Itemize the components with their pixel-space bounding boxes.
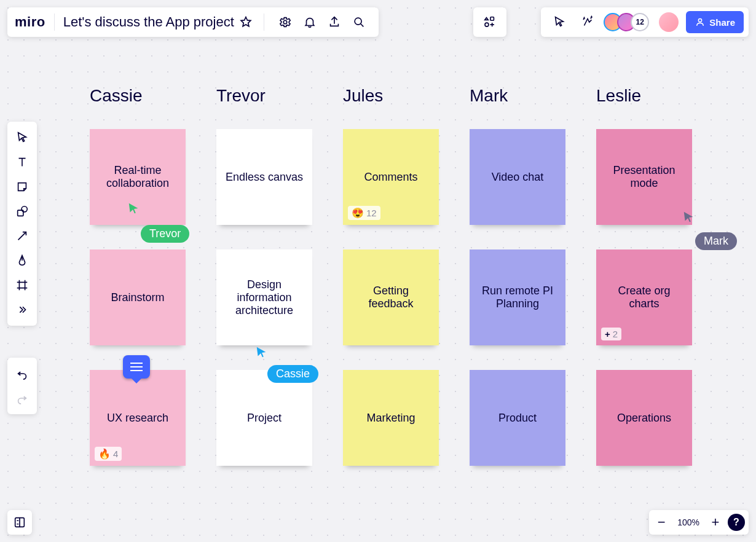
frames-panel-toggle[interactable]	[7, 510, 32, 535]
svg-point-3	[485, 23, 489, 26]
sticky-text: Product	[498, 412, 537, 425]
more-tools[interactable]	[10, 297, 34, 322]
column-header: Cassie	[90, 87, 186, 104]
select-tool[interactable]	[10, 125, 34, 150]
export-icon[interactable]	[322, 10, 347, 34]
text-tool[interactable]	[10, 150, 34, 175]
reactions-icon[interactable]	[575, 10, 600, 34]
current-user-avatar[interactable]	[659, 12, 679, 32]
sticky-text: Brainstorm	[111, 291, 164, 304]
sticky-note[interactable]: Real-time collaboration	[90, 129, 186, 225]
svg-point-1	[355, 18, 361, 25]
sticky-note[interactable]: Create org charts+2	[596, 249, 692, 345]
undo-button[interactable]	[10, 361, 34, 386]
sticky-tool[interactable]	[10, 175, 34, 199]
column: CassieReal-time collaborationBrainstormU…	[90, 87, 186, 466]
badge-count: 4	[113, 449, 118, 459]
sticky-note[interactable]: Brainstorm	[90, 249, 186, 345]
divider	[54, 14, 55, 31]
sticky-note[interactable]: Design information architecture	[216, 249, 312, 345]
sticky-note[interactable]: Run remote PI Planning	[470, 249, 565, 345]
svg-point-0	[283, 20, 287, 24]
sticky-text: Real-time collaboration	[97, 164, 178, 190]
svg-point-6	[22, 206, 27, 212]
sticky-text: Getting feedback	[350, 285, 431, 310]
svg-point-4	[699, 18, 702, 22]
star-icon[interactable]	[237, 10, 255, 34]
zoom-controls: − 100% + ?	[649, 510, 749, 535]
help-button[interactable]: ?	[728, 514, 745, 531]
sticky-text: Presentation mode	[604, 164, 685, 190]
settings-icon[interactable]	[273, 10, 297, 34]
sticky-text: Comments	[364, 171, 417, 184]
column: JulesComments😍12Getting feedbackMarketin…	[343, 87, 439, 466]
column: TrevorEndless canvasDesign information a…	[216, 87, 312, 466]
frame-tool[interactable]	[10, 273, 34, 297]
sticky-text: Video chat	[492, 171, 544, 184]
topbar-left: miro Let's discuss the App project	[7, 7, 379, 37]
column-header: Trevor	[216, 87, 312, 104]
sticky-note[interactable]: Product	[470, 370, 565, 466]
sticky-note[interactable]: UX research🔥4	[90, 370, 186, 466]
badge-count: 12	[366, 208, 377, 218]
svg-rect-2	[490, 17, 494, 21]
sticky-badge[interactable]: +2	[601, 328, 621, 340]
sticky-note[interactable]: Presentation mode	[596, 129, 692, 225]
sticky-text: Endless canvas	[226, 171, 303, 184]
column: LesliePresentation modeCreate org charts…	[596, 87, 692, 466]
plus-icon: +	[605, 329, 610, 339]
search-icon[interactable]	[347, 10, 371, 34]
apps-button[interactable]	[473, 7, 506, 37]
board-title[interactable]: Let's discuss the App project	[63, 14, 234, 30]
sticky-text: Project	[247, 412, 282, 425]
sticky-note[interactable]: Project	[216, 370, 312, 466]
comment-icon	[130, 366, 143, 367]
comment-pin[interactable]	[123, 355, 150, 379]
zoom-level[interactable]: 100%	[674, 517, 703, 527]
pen-tool[interactable]	[10, 248, 34, 273]
avatar-count[interactable]: 12	[631, 13, 649, 31]
sticky-note[interactable]: Video chat	[470, 129, 565, 225]
toolbar-main	[7, 122, 37, 326]
sticky-text: Design information architecture	[224, 278, 305, 317]
badge-emoji: 😍	[352, 207, 364, 219]
sticky-badge[interactable]: 🔥4	[95, 447, 122, 461]
sticky-text: Run remote PI Planning	[477, 285, 558, 310]
logo[interactable]: miro	[15, 14, 45, 30]
sticky-badge[interactable]: 😍12	[348, 206, 380, 220]
badge-count: 2	[613, 329, 618, 339]
column-header: Jules	[343, 87, 439, 104]
column: MarkVideo chatRun remote PI PlanningProd…	[470, 87, 565, 466]
share-label: Share	[709, 17, 735, 28]
sticky-text: Operations	[617, 412, 671, 425]
zoom-out-button[interactable]: −	[653, 514, 670, 531]
sticky-note[interactable]: Marketing	[343, 370, 439, 466]
sticky-note[interactable]: Getting feedback	[343, 249, 439, 345]
sticky-text: Create org charts	[604, 285, 685, 310]
sticky-text: UX research	[107, 412, 168, 425]
shape-tool[interactable]	[10, 199, 34, 224]
toolbar-history	[7, 358, 37, 414]
share-button[interactable]: Share	[686, 11, 744, 33]
pointer-mode-icon[interactable]	[547, 10, 572, 34]
column-header: Mark	[470, 87, 565, 104]
board-columns: CassieReal-time collaborationBrainstormU…	[90, 87, 692, 466]
sticky-text: Marketing	[366, 412, 415, 425]
sticky-note[interactable]: Operations	[596, 370, 692, 466]
zoom-in-button[interactable]: +	[707, 514, 724, 531]
divider	[264, 14, 264, 31]
presence-avatars[interactable]: 12	[604, 13, 649, 31]
bell-icon[interactable]	[297, 10, 322, 34]
topbar-right: 12 Share	[541, 7, 749, 37]
redo-button[interactable]	[10, 386, 34, 410]
column-header: Leslie	[596, 87, 692, 104]
arrow-tool[interactable]	[10, 224, 34, 248]
badge-emoji: 🔥	[98, 448, 111, 460]
sticky-note[interactable]: Endless canvas	[216, 129, 312, 225]
sticky-note[interactable]: Comments😍12	[343, 129, 439, 225]
